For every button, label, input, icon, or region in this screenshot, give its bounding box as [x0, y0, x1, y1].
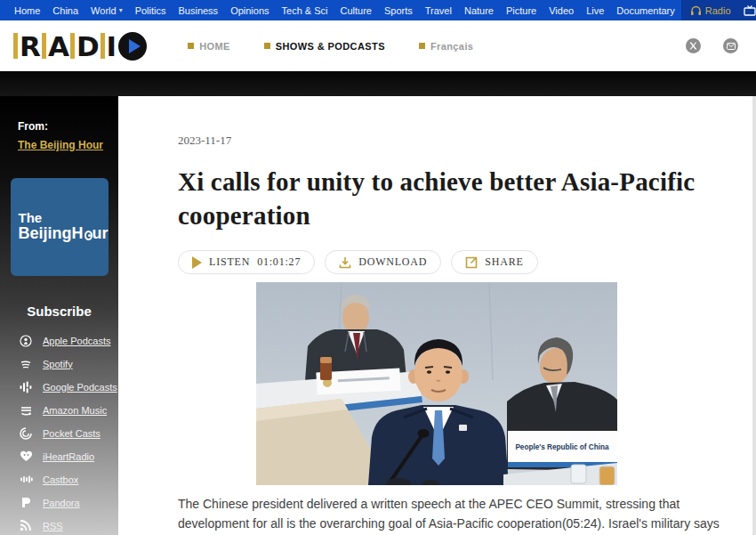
share-icon — [465, 256, 478, 269]
body-row: From: The Beijing Hour The BeijingHur Su… — [0, 96, 756, 535]
logo-letter: R — [20, 29, 40, 63]
platform-label: Google Podcasts — [43, 382, 117, 393]
page: Home China World▾ Politics Business Opin… — [0, 0, 756, 535]
article-date: 2023-11-17 — [178, 134, 752, 148]
platform-label: Amazon Music — [43, 405, 107, 416]
radio-tab-label: Radio — [705, 5, 731, 16]
nav-item-home[interactable]: Home — [8, 5, 46, 16]
nav-item-travel[interactable]: Travel — [419, 5, 458, 16]
listen-button[interactable]: LISTEN 01:01:27 — [178, 250, 315, 274]
show-sidebar: From: The Beijing Hour The BeijingHur Su… — [0, 96, 118, 535]
article-content: 2023-11-17 Xi calls for unity to achieve… — [118, 96, 756, 535]
platform-label: Pandora — [43, 498, 80, 508]
platform-iheartradio[interactable]: iHeartRadio — [19, 450, 118, 463]
nav-item-business[interactable]: Business — [172, 5, 224, 16]
nav-item-china[interactable]: China — [46, 5, 84, 16]
beijing-hour-o-icon — [84, 231, 92, 240]
nav-item-tech-sci[interactable]: Tech & Sci — [276, 5, 334, 16]
nav-item-picture[interactable]: Picture — [500, 5, 543, 16]
apple-podcasts-icon — [19, 335, 33, 347]
radio-logo[interactable]: R A D I — [12, 29, 147, 63]
logo-bar — [70, 33, 75, 59]
country-placard: People's Republic of China — [508, 431, 617, 467]
radio-tab[interactable]: Radio — [690, 5, 731, 16]
platform-label: Castbox — [43, 474, 78, 485]
top-right-controls: Radio TV — [681, 0, 756, 20]
top-nav-bar: Home China World▾ Politics Business Opin… — [0, 0, 756, 20]
beijing-hour-logo-text-b: ur — [92, 224, 109, 243]
share-label: SHARE — [485, 255, 523, 269]
logo-bar — [13, 33, 18, 59]
platform-rss[interactable]: RSS — [19, 519, 118, 532]
beijing-hour-logo-text-a: BeijingH — [19, 224, 84, 243]
black-divider-strip — [0, 71, 756, 96]
nav-item-culture[interactable]: Culture — [334, 5, 378, 16]
platform-castbox[interactable]: Castbox — [19, 473, 118, 486]
placard-text: People's Republic of China — [515, 443, 609, 451]
menu-item-francais[interactable]: Français — [419, 41, 473, 52]
platform-pandora[interactable]: Pandora — [19, 496, 118, 509]
platform-spotify[interactable]: Spotify — [19, 357, 118, 370]
nav-item-live[interactable]: Live — [580, 5, 610, 16]
beijing-hour-logo[interactable]: The BeijingHur — [11, 178, 109, 276]
platform-label: Spotify — [43, 359, 73, 369]
platform-label: iHeartRadio — [43, 451, 94, 462]
download-label: DOWNLOAD — [358, 255, 427, 269]
from-label: From: — [18, 120, 118, 133]
nav-item-opinions[interactable]: Opinions — [224, 5, 275, 16]
bullet-square-icon — [188, 43, 194, 49]
logo-play-icon — [118, 32, 147, 61]
nav-item-documentary[interactable]: Documentary — [610, 5, 680, 16]
beijing-hour-logo-line2: BeijingHur — [19, 224, 109, 243]
header-social-icons — [686, 38, 738, 53]
header-menu: HOME SHOWS & PODCASTS Français — [188, 41, 473, 52]
menu-item-shows-podcasts[interactable]: SHOWS & PODCASTS — [264, 41, 385, 52]
logo-bar — [101, 33, 105, 59]
media-switch-block: Radio TV — [681, 0, 756, 20]
nav-item-world-label: World — [91, 5, 117, 16]
menu-item-home[interactable]: HOME — [188, 41, 230, 52]
platform-apple-podcasts[interactable]: Apple Podcasts — [19, 334, 118, 347]
chevron-down-icon: ▾ — [119, 6, 123, 14]
platform-amazon-music[interactable]: Amazon Music — [19, 403, 118, 417]
tv-tab[interactable]: TV — [744, 5, 756, 16]
platform-list: Apple Podcasts Spotify Google Podcasts A… — [0, 334, 118, 532]
spotify-icon — [19, 358, 33, 370]
castbox-icon — [19, 474, 33, 485]
beijing-hour-logo-line1: The — [19, 211, 109, 224]
iheartradio-icon — [19, 450, 33, 462]
download-button[interactable]: DOWNLOAD — [325, 250, 441, 274]
nav-item-nature[interactable]: Nature — [458, 5, 500, 16]
download-icon — [339, 256, 351, 269]
tv-icon — [744, 5, 756, 16]
platform-label: Apple Podcasts — [43, 336, 110, 346]
logo-letter: A — [48, 29, 68, 63]
article-photo-apec-summit: People's Republic of China — [256, 282, 617, 485]
menu-home-label: HOME — [199, 41, 230, 52]
menu-shows-label: SHOWS & PODCASTS — [276, 41, 385, 52]
subscribe-heading: Subscribe — [0, 304, 118, 319]
top-nav: Home China World▾ Politics Business Opin… — [0, 0, 681, 20]
headphones-icon — [690, 5, 702, 16]
listen-label: LISTEN — [209, 255, 250, 269]
bullet-square-icon — [419, 43, 425, 49]
site-header: R A D I HOME SHOWS & PODCASTS Français — [0, 20, 756, 71]
nav-item-world[interactable]: World▾ — [84, 5, 129, 16]
article-title: Xi calls for unity to achieve better Asi… — [178, 165, 734, 232]
pandora-icon — [19, 497, 33, 508]
nav-item-video[interactable]: Video — [543, 5, 580, 16]
bullet-square-icon — [264, 43, 270, 49]
action-buttons-row: LISTEN 01:01:27 DOWNLOAD SHARE — [178, 250, 752, 274]
nav-item-politics[interactable]: Politics — [129, 5, 173, 16]
show-link-beijing-hour[interactable]: The Beijing Hour — [18, 139, 103, 151]
nav-item-sports[interactable]: Sports — [378, 5, 419, 16]
share-button[interactable]: SHARE — [451, 250, 537, 274]
platform-google-podcasts[interactable]: Google Podcasts — [19, 380, 118, 393]
x-twitter-icon[interactable] — [686, 38, 701, 53]
google-podcasts-icon — [19, 381, 33, 393]
email-icon[interactable] — [723, 38, 738, 53]
platform-pocket-casts[interactable]: Pocket Casts — [19, 426, 118, 440]
pocket-casts-icon — [19, 427, 33, 440]
logo-letter: D — [76, 29, 99, 63]
rss-icon — [19, 520, 33, 531]
